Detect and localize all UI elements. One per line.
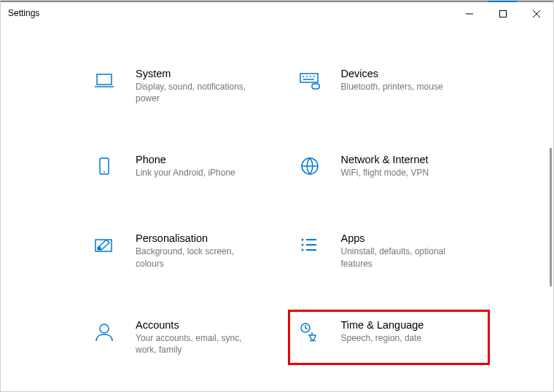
- svg-rect-6: [300, 74, 318, 82]
- scrollbar-thumb[interactable]: [550, 148, 552, 286]
- tile-personalisation[interactable]: Personalisation Background, lock screen,…: [85, 225, 283, 276]
- keyboard-icon: [297, 68, 327, 104]
- window-controls: [453, 2, 553, 24]
- settings-grid: System Display, sound, notifications, po…: [1, 24, 553, 391]
- tile-subtitle: Speech, region, date: [341, 332, 424, 344]
- globe-icon: [297, 154, 327, 183]
- tile-system[interactable]: System Display, sound, notifications, po…: [85, 60, 283, 111]
- time-language-icon: [297, 319, 327, 356]
- maximize-button[interactable]: [486, 2, 520, 26]
- tile-title: Devices: [341, 68, 443, 79]
- tile-devices[interactable]: Devices Bluetooth, printers, mouse: [290, 60, 488, 111]
- tile-subtitle: Your accounts, email, sync, work, family: [136, 332, 260, 356]
- window-title: Settings: [1, 8, 39, 18]
- titlebar-accent: [488, 1, 517, 2]
- close-button[interactable]: [520, 2, 553, 26]
- tile-time-language[interactable]: Time & Language Speech, region, date: [288, 310, 491, 365]
- svg-rect-12: [312, 84, 319, 89]
- tile-network[interactable]: Network & Internet WiFi, flight mode, VP…: [290, 146, 488, 190]
- tile-subtitle: WiFi, flight mode, VPN: [341, 167, 429, 179]
- tile-title: System: [136, 68, 260, 79]
- titlebar: Settings: [1, 1, 553, 24]
- tile-subtitle: Link your Android, iPhone: [136, 167, 235, 179]
- tile-subtitle: Bluetooth, printers, mouse: [341, 81, 443, 93]
- list-icon: [297, 232, 327, 269]
- tile-apps[interactable]: Apps Uninstall, defaults, optional featu…: [290, 225, 488, 276]
- tile-title: Network & Internet: [341, 154, 429, 165]
- person-icon: [92, 319, 121, 356]
- content-area: System Display, sound, notifications, po…: [1, 24, 553, 391]
- tile-phone[interactable]: Phone Link your Android, iPhone: [85, 146, 283, 190]
- tile-subtitle: Display, sound, notifications, power: [136, 81, 260, 104]
- svg-rect-4: [97, 74, 112, 85]
- tile-accounts[interactable]: Accounts Your accounts, email, sync, wor…: [85, 312, 283, 363]
- tile-title: Time & Language: [341, 319, 424, 331]
- phone-icon: [92, 154, 121, 183]
- tile-subtitle: Uninstall, defaults, optional features: [341, 246, 465, 269]
- tile-title: Personalisation: [136, 232, 260, 244]
- paintbrush-icon: [92, 232, 121, 269]
- minimize-button[interactable]: [453, 2, 486, 26]
- tile-title: Accounts: [136, 319, 260, 331]
- tile-title: Apps: [341, 232, 465, 244]
- tile-subtitle: Background, lock screen, colours: [136, 246, 260, 269]
- tile-title: Phone: [136, 154, 235, 165]
- svg-point-25: [100, 324, 109, 333]
- svg-point-18: [98, 247, 101, 250]
- svg-rect-1: [500, 11, 507, 17]
- laptop-icon: [92, 68, 121, 104]
